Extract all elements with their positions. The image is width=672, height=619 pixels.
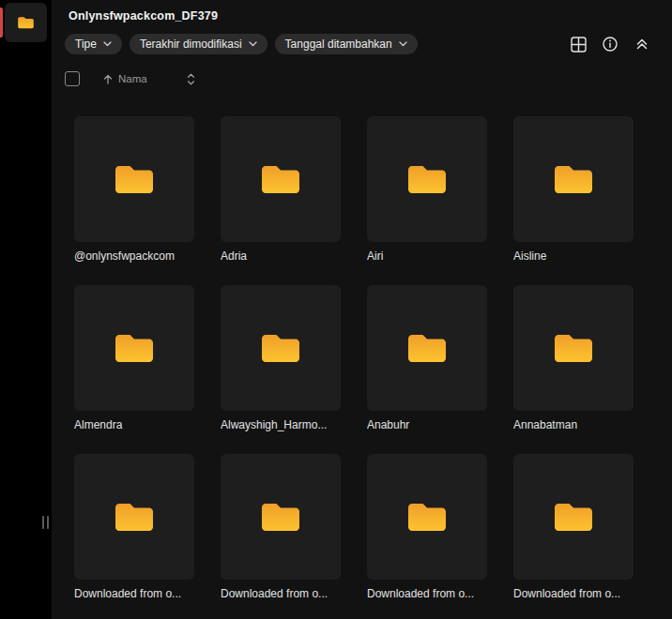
folder-name: @onlynsfwpackcom [74, 249, 194, 263]
active-indicator [0, 8, 3, 38]
folder-icon [259, 499, 302, 535]
folder-icon [552, 499, 595, 535]
filter-chip-label: Tipe [75, 38, 97, 51]
folder-card[interactable] [513, 454, 634, 580]
sort-field-label: Nama [118, 73, 147, 84]
folder-icon [259, 161, 302, 197]
sidebar-item-current-folder[interactable] [5, 3, 47, 42]
folder-name: Downloaded from o... [513, 587, 634, 600]
main-panel: Onlynsfwpackcom_DF379 Tipe Terakhir dimo… [52, 0, 672, 619]
folder-card[interactable] [367, 454, 487, 580]
sidebar-resize-handle[interactable] [42, 516, 49, 529]
folder-name: Downloaded from o... [221, 587, 341, 600]
folder-name: Adria [221, 249, 341, 263]
collapse-all-icon[interactable] [633, 35, 651, 53]
info-icon[interactable] [601, 35, 619, 53]
folder-card[interactable] [513, 285, 634, 411]
folder-card[interactable] [513, 116, 634, 242]
filter-chip-date-added[interactable]: Tanggal ditambahkan [275, 34, 418, 54]
folder-item[interactable]: Anabuhr [367, 285, 487, 431]
folder-icon [113, 499, 156, 535]
folder-name: Alwayshigh_Harmo... [221, 418, 341, 431]
filter-toolbar: Tipe Terakhir dimodifikasi Tanggal ditam… [65, 34, 672, 54]
folder-card[interactable] [221, 285, 341, 411]
folder-item[interactable]: Downloaded from o... [513, 454, 634, 600]
folder-card[interactable] [367, 116, 487, 242]
folder-icon [17, 15, 35, 30]
filter-chip-last-modified[interactable]: Terakhir dimodifikasi [130, 34, 267, 54]
folder-icon [405, 161, 449, 197]
folder-card[interactable] [74, 454, 194, 580]
folder-name: Downloaded from o... [74, 587, 194, 600]
list-header: Nama [65, 71, 195, 86]
chevron-down-icon [103, 41, 112, 47]
folder-icon [259, 330, 302, 366]
folder-grid: @onlynsfwpackcom Adria Airi [74, 116, 634, 600]
filter-chip-type[interactable]: Tipe [65, 34, 122, 54]
folder-name: Airi [367, 249, 487, 263]
folder-card[interactable] [74, 285, 194, 411]
page-title: Onlynsfwpackcom_DF379 [69, 9, 218, 23]
folder-item[interactable]: Aisline [513, 116, 634, 263]
folder-card[interactable] [221, 116, 341, 242]
folder-item[interactable]: Airi [367, 116, 487, 263]
app-window: Onlynsfwpackcom_DF379 Tipe Terakhir dimo… [0, 0, 672, 619]
arrow-up-icon [103, 74, 113, 84]
folder-name: Almendra [74, 418, 194, 431]
folder-icon [552, 330, 595, 366]
filter-chip-label: Terakhir dimodifikasi [140, 38, 242, 51]
folder-name: Aisline [513, 249, 634, 263]
chevron-down-icon [399, 41, 407, 47]
folder-item[interactable]: Downloaded from o... [74, 454, 194, 600]
folder-item[interactable]: @onlynsfwpackcom [74, 116, 194, 263]
sort-by-name[interactable]: Nama [103, 73, 147, 84]
folder-icon [113, 161, 156, 197]
select-all-checkbox[interactable] [65, 71, 80, 86]
sidebar [0, 0, 52, 619]
folder-card[interactable] [74, 116, 194, 242]
folder-name: Anabuhr [367, 418, 487, 431]
folder-item[interactable]: Almendra [74, 285, 194, 431]
folder-icon [405, 499, 449, 535]
folder-icon [405, 330, 449, 366]
grid-view-icon[interactable] [569, 35, 588, 53]
folder-icon [113, 330, 156, 366]
folder-name: Downloaded from o... [367, 587, 487, 600]
folder-card[interactable] [367, 285, 487, 411]
folder-item[interactable]: Downloaded from o... [221, 454, 341, 600]
folder-item[interactable]: Downloaded from o... [367, 454, 487, 600]
folder-item[interactable]: Adria [221, 116, 341, 263]
folder-name: Annabatman [513, 418, 634, 431]
filter-chip-label: Tanggal ditambahkan [285, 38, 392, 51]
folder-icon [552, 161, 595, 197]
chevron-down-icon [249, 41, 257, 47]
toolbar-icons [569, 35, 651, 53]
sort-toggle-icon[interactable] [187, 73, 195, 85]
folder-card[interactable] [221, 454, 341, 580]
folder-item[interactable]: Alwayshigh_Harmo... [221, 285, 341, 431]
folder-item[interactable]: Annabatman [513, 285, 634, 431]
